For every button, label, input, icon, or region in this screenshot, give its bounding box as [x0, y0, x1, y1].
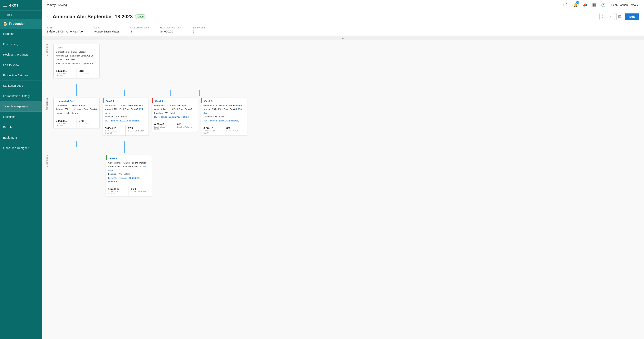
sidebar-item-fermentation[interactable]: Fermentation History — [0, 91, 42, 101]
gen1-amount-row: Amount: 20L Last Pitch Date: Aug 28 — [56, 54, 97, 58]
sidebar-item-forecasting[interactable]: Forecasting — [0, 39, 42, 50]
sidebar-item-sanitation[interactable]: Sanitation Logs — [0, 80, 42, 91]
g23-stat2-label: START VIABILITY — [226, 130, 244, 132]
hg1-stat1-label: LAST CELL COUNT — [56, 122, 74, 127]
hg1-amount-row: Amount: 50lb Last Harvest Date: Sep 04 — [56, 108, 97, 111]
g21-batch-link[interactable]: HL - Planned - 11/02/2022 (Retired) — [105, 120, 140, 122]
sidebar-item-floorplan[interactable]: Floor Plan Designer — [0, 143, 42, 153]
gen1-cards: Gen1 Generation: 1 Status: Closed Amount… — [54, 44, 100, 78]
status-badge: Open — [135, 14, 146, 19]
megaphone-icon[interactable]: 📣 — [582, 2, 588, 8]
g21-stat1-value: 3.00e+13 — [105, 127, 123, 130]
svg-rect-0 — [592, 4, 594, 4]
collapse-bar[interactable]: ▲ — [42, 36, 644, 40]
main-content: Remmy Brewing ? 🔔 9+ 📣 🕐 Sean Hannah Dem… — [42, 0, 644, 339]
gen2-3-header: Gen2.3 — [201, 98, 247, 103]
gen1-title[interactable]: Gen1 — [57, 46, 97, 49]
g23-gen-row: Generation: 2 Status: In Fermentation — [204, 104, 244, 108]
sidebar-item-equipment[interactable]: Equipment — [0, 132, 42, 143]
hg1-stat2: 97% LAST VIABILITY — [76, 118, 99, 128]
sidebar-item-facility[interactable]: Facility View — [0, 60, 42, 70]
gen1-location-row: Location: FV4 Batch: — [56, 58, 97, 62]
history-icon[interactable]: 🕐 — [600, 2, 606, 8]
gen3-1-title[interactable]: Gen3.1 — [109, 157, 149, 160]
g22-stat2-label: LAST VIABILITY — [177, 126, 196, 128]
g21-stat1: 3.00e+13 START CELL COUNT — [103, 125, 126, 136]
g22-stat1-value: 0.00e+0 — [154, 123, 172, 126]
sidebar-item-batches[interactable]: Production Batches — [0, 70, 42, 80]
cost-value: $4,000.00 — [160, 30, 181, 33]
g31-location-row: Location: FV1 Batch: — [108, 172, 149, 176]
notification-icon[interactable]: 🔔 9+ — [572, 2, 579, 8]
gen2-2-title[interactable]: Gen2.2 — [155, 100, 196, 102]
help-icon[interactable]: ? — [563, 2, 570, 8]
g22-gen-row: Generation: 2 Status: Destroyed — [154, 104, 196, 108]
gen2-3-title[interactable]: Gen2.3 — [204, 100, 244, 102]
export-icon-btn[interactable] — [616, 13, 623, 20]
g23-stats: 0.00e+0 START CELL COUNT 0% START VIABIL… — [201, 125, 247, 136]
edit-button[interactable]: Edit — [625, 14, 640, 20]
g23-stat2-value: 0% — [226, 127, 244, 130]
g31-batch-link[interactable]: Little Pils - Planned - 12/26/2022 (Reti… — [108, 177, 140, 182]
g23-batch-link[interactable]: IPA - Planned - 11/14/2022 (Retired) — [204, 120, 239, 122]
content-area: ▲ Generation 1 Gen1 Generation: 1 Status… — [42, 36, 644, 339]
sidebar-item-planning[interactable]: Planning — [0, 29, 42, 39]
back-button[interactable]: ← Back — [0, 10, 42, 19]
harvested-gen1-header: Harvested Gen1 — [54, 98, 99, 103]
gen2-3-card: Gen2.3 Generation: 2 Status: In Fermenta… — [201, 98, 247, 136]
gen2-3-body: Generation: 2 Status: In Fermentation Am… — [201, 103, 247, 124]
hg1-stats: 3.00e+13 LAST CELL COUNT 97% LAST VIABIL… — [54, 118, 99, 128]
gen1-stat1-value: 1.50e+13 — [56, 70, 74, 72]
connector-svg-1 — [54, 84, 226, 96]
sidebar-item-barrels[interactable]: Barrels — [0, 122, 42, 132]
cost-label: Estimated Total Cost — [160, 26, 181, 29]
g22-stat1-label: LAST CELL COUNT — [154, 126, 172, 130]
g22-batch-link[interactable]: HL - Planned - 11/02/2022 (Retired) — [154, 116, 189, 118]
harvested-gen1-title[interactable]: Harvested Gen1 — [57, 100, 97, 102]
g21-stats: 3.00e+13 START CELL COUNT 97% START VIAB… — [103, 125, 148, 136]
page-header-right: Edit — [600, 13, 640, 20]
g21-amount-row: Amount: 20L Pitch Date: Sep 05, 274 days — [105, 108, 146, 115]
sidebar-item-recipes[interactable]: Recipes & Products — [0, 50, 42, 60]
hg1-location-row: Location: Cold Storage — [56, 111, 97, 115]
page-back-arrow[interactable]: ← — [46, 14, 50, 19]
hamburger-menu[interactable] — [3, 4, 7, 6]
connector-gen1-gen2 — [54, 84, 640, 96]
gen2-1-title[interactable]: Gen2.1 — [106, 100, 146, 102]
hg1-stat1-value: 3.00e+13 — [56, 119, 74, 122]
gen3-1-body: Generation: 3 Status: In Fermentation Am… — [106, 160, 152, 184]
gen1-batch-link[interactable]: RRA - Planned - 04/01/2023 (Retired) — [56, 62, 93, 64]
g21-stat1-label: START CELL COUNT — [105, 130, 123, 134]
info-generation: Latest Generation 3 — [130, 26, 149, 33]
info-cost: Estimated Total Cost $4,000.00 — [160, 26, 181, 33]
generation-2-section: Generation 2 Harvested Gen1 Generation: … — [46, 98, 640, 136]
gen1-card-header: Gen1 — [54, 44, 99, 50]
info-item: Item House Strain Yeast — [94, 26, 119, 33]
svg-rect-3 — [594, 6, 596, 6]
gen1-stat1-label: LAST CELL COUNT — [56, 72, 74, 77]
page-title: American Ale: September 18 2023 — [53, 14, 133, 20]
g31-stat1-value: 1.50e+13 — [108, 187, 126, 190]
user-menu[interactable]: Sean Hannah Demo ▾ — [610, 2, 640, 8]
gen-label: Latest Generation — [130, 26, 149, 29]
g21-location-row: Location: FV2 Batch: — [105, 115, 146, 119]
g31-stat1-label: START CELL COUNT — [108, 190, 126, 195]
strain-label: Strain — [46, 26, 83, 29]
swap-icon-btn[interactable] — [608, 13, 615, 20]
gen2-1-header: Gen2.1 — [103, 98, 148, 103]
item-label: Item — [94, 26, 119, 29]
g22-stat2: 0% LAST VIABILITY — [175, 121, 198, 132]
g21-stat2-label: START VIABILITY — [128, 130, 146, 132]
notification-badge: 9+ — [576, 1, 579, 4]
gen2-label: Generation 2 — [46, 98, 50, 114]
grid-icon[interactable] — [591, 2, 597, 8]
gen3-label: Generation 3 — [46, 155, 50, 171]
g31-stat2-value: 95% — [131, 187, 149, 190]
g21-stat2-value: 97% — [128, 127, 146, 130]
gen2-1-card: Gen2.1 Generation: 2 Status: In Fermenta… — [102, 98, 149, 136]
sidebar-section-production: 🍺 Production — [0, 19, 42, 29]
generation-3-section: Generation 3 Gen3.1 Generation: 3 Status… — [46, 155, 640, 196]
sidebar-item-yeast[interactable]: Yeast Management — [0, 101, 42, 112]
sort-icon-btn[interactable] — [600, 13, 606, 20]
sidebar-item-locations[interactable]: Locations — [0, 112, 42, 122]
